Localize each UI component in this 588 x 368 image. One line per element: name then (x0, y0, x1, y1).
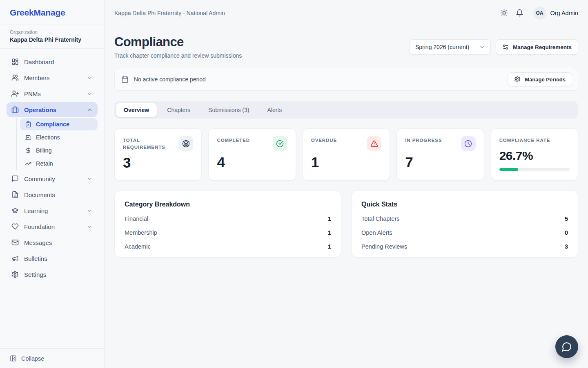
sidebar-item-label: Compliance (36, 121, 69, 128)
sidebar-item-retain[interactable]: Retain (20, 157, 98, 170)
billing-icon (25, 147, 31, 154)
panel-title: Quick Stats (361, 201, 568, 208)
target-icon (178, 136, 193, 151)
row-label: Open Alerts (361, 229, 392, 236)
messages-icon (11, 239, 19, 246)
user-name[interactable]: Org Admin (550, 10, 579, 16)
sidebar-item-compliance[interactable]: Compliance (20, 118, 98, 130)
sidebar-item-label: Members (24, 74, 50, 81)
operations-subnav: Compliance Elections Billing Retain (16, 118, 98, 170)
stat-label: COMPLETED (217, 136, 249, 144)
chevron-down-icon (87, 224, 93, 230)
sidebar-item-members[interactable]: Members (7, 70, 98, 85)
sidebar-item-settings[interactable]: Settings (7, 267, 98, 282)
sidebar-item-pnms[interactable]: PNMs (7, 86, 98, 101)
sidebar-item-label: Settings (24, 271, 46, 278)
operations-icon (11, 106, 19, 113)
page-subtitle: Track chapter compliance and review subm… (114, 52, 242, 59)
message-circle-icon (561, 341, 572, 352)
compliance-icon (25, 121, 31, 128)
compliance-progress-bar (499, 168, 570, 171)
row-label: Pending Reviews (361, 243, 407, 250)
sidebar-item-label: Dashboard (24, 58, 54, 65)
collapse-label: Collapse (21, 355, 44, 362)
sidebar-item-billing[interactable]: Billing (20, 144, 98, 157)
quick-stats-card: Quick Stats Total Chapters 5 Open Alerts… (351, 191, 578, 258)
tab-submissions[interactable]: Submissions (3) (200, 103, 257, 117)
chat-fab-button[interactable] (555, 335, 578, 358)
sidebar-item-learning[interactable]: Learning (7, 203, 98, 218)
stat-card-total-requirements: TOTAL REQUIREMENTS 3 (114, 128, 202, 181)
gear-icon (514, 76, 521, 83)
stat-label: OVERDUE (311, 136, 337, 144)
stat-card-completed: COMPLETED 4 (208, 128, 296, 181)
chevron-down-icon (87, 176, 93, 182)
row-label: Membership (125, 229, 157, 236)
documents-icon (11, 191, 19, 198)
list-item: Total Chapters 5 (361, 215, 568, 222)
list-item: Open Alerts 0 (361, 229, 568, 236)
manage-periods-label: Manage Periods (525, 76, 566, 83)
org-section: Organization Kappa Delta Phi Fraternity (0, 25, 104, 49)
calendar-icon (121, 76, 129, 83)
stat-card-in-progress: IN PROGRESS 7 (396, 128, 484, 181)
community-icon (11, 175, 19, 182)
chevron-up-icon (87, 107, 93, 113)
sidebar-item-community[interactable]: Community (7, 171, 98, 186)
sidebar-item-label: Bulletins (24, 255, 47, 262)
manage-requirements-label: Manage Requirements (513, 44, 572, 50)
panel-title: Category Breakdown (125, 201, 331, 208)
tab-alerts[interactable]: Alerts (259, 103, 290, 117)
sidebar-item-label: Documents (24, 191, 55, 198)
compliance-progress-fill (499, 168, 518, 171)
manage-requirements-button[interactable]: Manage Requirements (496, 39, 578, 55)
stat-cards-row: TOTAL REQUIREMENTS 3 COMPLETED 4 (114, 128, 578, 181)
sidebar-item-operations[interactable]: Operations (7, 102, 98, 117)
stat-label: IN PROGRESS (405, 136, 442, 144)
sidebar-item-bulletins[interactable]: Bulletins (7, 251, 98, 266)
notifications-button[interactable] (512, 6, 528, 20)
stat-card-overdue: OVERDUE 1 (303, 128, 390, 181)
sidebar-item-messages[interactable]: Messages (7, 235, 98, 250)
theme-toggle-button[interactable] (497, 6, 512, 20)
bell-icon (516, 9, 523, 17)
members-icon (11, 74, 19, 81)
category-breakdown-card: Category Breakdown Financial 1 Membershi… (114, 191, 341, 258)
tab-bar: Overview Chapters Submissions (3) Alerts (114, 101, 578, 119)
sidebar-item-label: Retain (36, 160, 53, 167)
row-label: Academic (125, 243, 151, 250)
avatar[interactable]: OA (533, 7, 546, 20)
app-logo[interactable]: GreekManage (0, 0, 104, 25)
main-area: Kappa Delta Phi Fraternity · National Ad… (105, 0, 588, 368)
sidebar-item-elections[interactable]: Elections (20, 131, 98, 144)
summary-panels: Category Breakdown Financial 1 Membershi… (114, 191, 578, 258)
clock-icon (461, 136, 476, 151)
period-select-value: Spring 2026 (current) (415, 44, 469, 50)
row-value: 0 (565, 229, 568, 236)
sidebar-item-label: Community (24, 175, 55, 182)
row-label: Financial (125, 215, 148, 222)
tab-overview[interactable]: Overview (116, 103, 157, 117)
breadcrumb: Kappa Delta Phi Fraternity · National Ad… (114, 10, 225, 16)
foundation-icon (11, 223, 19, 230)
period-select[interactable]: Spring 2026 (current) (409, 39, 491, 55)
sidebar-item-dashboard[interactable]: Dashboard (7, 54, 98, 69)
sidebar-item-label: Operations (24, 106, 56, 113)
sidebar-nav: Dashboard Members PNMs Operations (0, 49, 104, 348)
manage-periods-button[interactable]: Manage Periods (508, 72, 572, 86)
tab-chapters[interactable]: Chapters (159, 103, 198, 117)
sidebar-collapse-button[interactable]: Collapse (0, 348, 104, 368)
row-label: Total Chapters (361, 215, 400, 222)
row-value: 1 (328, 215, 331, 222)
dashboard-icon (11, 58, 19, 65)
chevron-down-icon (479, 44, 486, 50)
row-value: 5 (565, 215, 568, 222)
sidebar-item-documents[interactable]: Documents (7, 187, 98, 202)
stat-value: 3 (123, 155, 193, 171)
sidebar-item-label: Billing (36, 147, 52, 154)
sliders-icon (502, 44, 509, 50)
sidebar-item-foundation[interactable]: Foundation (7, 219, 98, 234)
alert-triangle-icon (367, 136, 381, 151)
panel-collapse-icon (10, 355, 17, 362)
sidebar-item-label: Learning (24, 207, 48, 214)
